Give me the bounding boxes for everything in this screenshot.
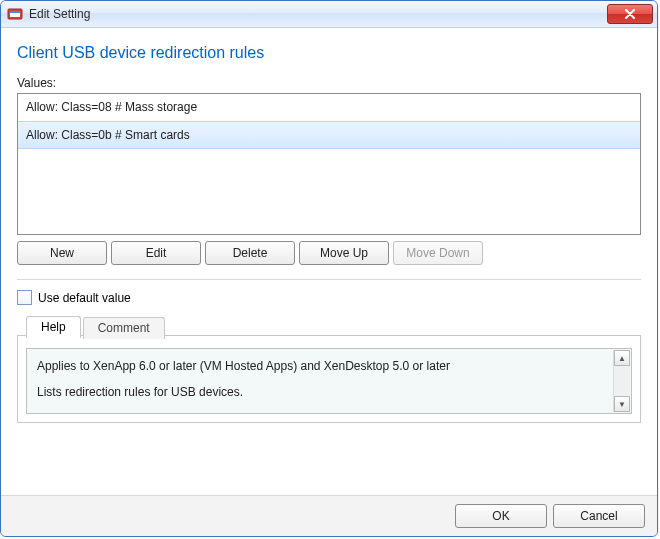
- window-title: Edit Setting: [29, 7, 607, 21]
- tab-help[interactable]: Help: [26, 316, 81, 338]
- scroll-up-icon[interactable]: ▲: [614, 350, 630, 366]
- move-down-button[interactable]: Move Down: [393, 241, 483, 265]
- help-text-box: Applies to XenApp 6.0 or later (VM Hoste…: [26, 348, 632, 414]
- list-button-row: New Edit Delete Move Up Move Down: [17, 241, 641, 265]
- separator: [17, 279, 641, 280]
- help-line-2: Lists redirection rules for USB devices.: [37, 385, 621, 399]
- svg-rect-2: [10, 11, 20, 13]
- list-item[interactable]: Allow: Class=08 # Mass storage: [18, 94, 640, 121]
- list-item[interactable]: Allow: Class=0b # Smart cards: [18, 121, 640, 149]
- values-label: Values:: [17, 76, 641, 90]
- tab-comment[interactable]: Comment: [83, 317, 165, 339]
- use-default-row: Use default value: [17, 290, 641, 305]
- titlebar: Edit Setting: [1, 1, 657, 28]
- cancel-button[interactable]: Cancel: [553, 504, 645, 528]
- ok-button[interactable]: OK: [455, 504, 547, 528]
- values-listbox[interactable]: Allow: Class=08 # Mass storage Allow: Cl…: [17, 93, 641, 235]
- use-default-checkbox[interactable]: [17, 290, 32, 305]
- app-icon: [7, 6, 23, 22]
- edit-button[interactable]: Edit: [111, 241, 201, 265]
- help-line-1: Applies to XenApp 6.0 or later (VM Hoste…: [37, 359, 621, 373]
- help-comment-panel: Help Comment Applies to XenApp 6.0 or la…: [17, 335, 641, 423]
- page-title: Client USB device redirection rules: [17, 44, 641, 62]
- move-up-button[interactable]: Move Up: [299, 241, 389, 265]
- new-button[interactable]: New: [17, 241, 107, 265]
- close-button[interactable]: [607, 4, 653, 24]
- delete-button[interactable]: Delete: [205, 241, 295, 265]
- scrollbar[interactable]: ▲ ▼: [613, 350, 630, 412]
- tabstrip: Help Comment: [26, 316, 167, 338]
- scroll-down-icon[interactable]: ▼: [614, 396, 630, 412]
- use-default-label: Use default value: [38, 291, 131, 305]
- close-icon: [625, 9, 635, 19]
- edit-setting-dialog: Edit Setting Client USB device redirecti…: [0, 0, 658, 537]
- dialog-footer: OK Cancel: [1, 495, 657, 536]
